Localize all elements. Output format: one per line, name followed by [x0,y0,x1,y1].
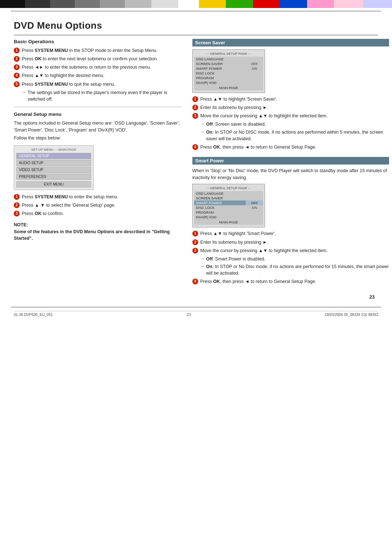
arrow-note-text: The settings will be stored in the playe… [28,89,181,102]
arrow-note: → Off: Screen saver is disabled. [200,121,389,127]
general-setup-section: General Setup menu The options included … [14,112,181,217]
smart-power-header: Smart Power [192,157,389,165]
smart-power-menu-table: OSD LANGUAGE SCREEN SAVER SMART POWEROFF… [194,191,263,225]
list-item: 1 Press SYSTEM MENU in the STOP mode to … [14,47,181,54]
smart-power-menu-mockup: - - GENERAL SETUP PAGE - - OSD LANGUAGE … [192,184,265,227]
step-text: Press ▲▼ to highlight 'Screen Saver'. [200,96,277,102]
step-number: 2 [192,239,198,245]
menu-item-audio: AUDIO SETUP [16,160,91,166]
step-number: 1 [192,231,198,236]
arrow-symbol: → [200,263,205,270]
screen-saver-section: Screen Saver - - GENERAL SETUP PAGE - - … [192,39,389,150]
footer-right: 18/03/2004 05_08339 210 98393 [325,313,378,317]
menu-label: SCREEN SAVER [194,61,246,66]
step-number: 4 [14,73,20,78]
list-item: 2 Enter its submenu by pressing ►. [192,104,389,111]
menu-label: DISC LOCK [194,71,246,76]
step-text: Enter its submenu by pressing ►. [200,104,268,111]
table-row: SCREEN SAVER [194,196,263,200]
note-body: Some of the features in the DVD Menu Opt… [14,228,181,242]
screen-saver-step4: 4 Press OK, then press ◄ to return to Ge… [192,144,389,150]
arrow-note-text: Off: Smart Power is disabled. [206,256,265,262]
screen-saver-menu-title: - - GENERAL SETUP PAGE - - [194,52,263,56]
smart-power-intro: When in 'Stop' or 'No Disc' mode, the DV… [192,167,389,181]
general-setup-steps: 1 Press SYSTEM MENU to enter the setup m… [14,194,181,217]
step-text: Press OK to confirm. [22,210,64,217]
menu-val [246,76,263,80]
step-number: 3 [14,64,20,70]
general-setup-header: General Setup menu [14,112,181,117]
page-border-bottom [11,307,381,307]
table-row: OSD LANGUAGE [194,57,263,61]
step-text: Press SYSTEM MENU in the STOP mode to en… [22,47,158,54]
list-item: 1 Press ▲▼ to highlight 'Screen Saver'. [192,96,389,102]
step-number: 3 [192,113,198,119]
table-row: OSD LANGUAGE [194,191,263,196]
menu-footer-exit: EXIT MENU [16,181,91,187]
menu-label: SCREEN SAVER [194,196,246,200]
step-text: Press ▲▼ to highlight the desired menu. [22,72,105,79]
menu-val [246,210,263,215]
screen-saver-steps: 1 Press ▲▼ to highlight 'Screen Saver'. … [192,96,389,119]
step-number: 3 [192,248,198,254]
left-column: Basic Operations 1 Press SYSTEM MENU in … [14,39,181,291]
general-setup-intro: The options included in General Setup me… [14,120,181,134]
table-row: DivX(R) VOD [194,80,263,85]
step-number: 1 [14,48,20,53]
step-number: 3 [14,211,20,216]
table-row: SMART POWEROFF [194,200,263,205]
arrow-symbol: → [200,129,205,135]
list-item: 2 Press ▲ ▼ to select the 'General Setup… [14,202,181,208]
smart-power-section: Smart Power When in 'Stop' or 'No Disc' … [192,157,389,285]
menu-label: PROGRAM [194,76,246,80]
smart-power-menu-title: - - GENERAL SETUP PAGE - - [194,186,263,190]
list-item: 5 Press SYSTEM MENU to quit the setup me… [14,81,181,88]
list-item: 3 Move the cursor by pressing ▲▼ to high… [192,113,389,119]
step-number: 5 [14,81,20,87]
arrow-symbol: → [200,121,205,127]
step-text: Press SYSTEM MENU to enter the setup men… [22,194,118,200]
arrow-note: → Off: Smart Power is disabled. [200,256,389,262]
arrow-symbol: → [22,89,26,96]
right-column: Screen Saver - - GENERAL SETUP PAGE - - … [192,39,389,291]
step-text: Press ◄► to enter the submenu or return … [22,64,151,70]
step-text: Press ▲ ▼ to select the 'General Setup' … [22,202,115,208]
menu-footer: MAIN PAGE [194,85,263,90]
list-item: 1 Press SYSTEM MENU to enter the setup m… [14,194,181,200]
table-row: SCREEN SAVEROFF [194,61,263,66]
menu-val [246,80,263,85]
arrow-note-text: On: In STOP or No DISC mode, if no actio… [206,129,389,142]
arrow-note: → The settings will be stored in the pla… [22,89,181,102]
step-text: Press ▲▼ to highlight 'Smart Power'. [200,230,276,237]
menu-item-general: GENERAL SETUP [16,153,91,159]
step-text: Enter its submenu by pressing ►. [200,239,268,246]
menu-val [246,215,263,219]
table-row: PROGRAM [194,76,263,80]
title-divider [14,35,378,35]
smart-power-step4: 4 Press OK, then press ◄ to return to Ge… [192,278,389,285]
step-text: Move the cursor by pressing ▲▼ to highli… [200,113,328,119]
arrow-note: → On: In STOP or No Disc mode, if no act… [200,263,389,276]
table-row: SMART POWERON [194,66,263,71]
menu-val: ON [246,66,263,71]
footer-center: 23 [187,313,191,317]
list-item: 4 Press ▲▼ to highlight the desired menu… [14,72,181,79]
menu-val: OFF [246,200,263,205]
list-item: 3 Move the cursor by pressing ▲▼ to high… [192,247,389,254]
table-row: DivX(R) VOD [194,215,263,219]
menu-label: SMART POWER [194,200,246,205]
table-row: MAIN PAGE [194,219,263,225]
menu-val: ON [246,205,263,210]
menu-val [246,196,263,200]
menu-item-prefs: PREFERENCES [16,174,91,180]
step-number: 2 [192,105,198,110]
note-title: NOTE: [14,222,181,227]
basic-operations-header: Basic Operations [14,39,181,44]
step-text: Press OK, then press ◄ to return to Gene… [200,278,317,285]
menu-val: OFF [246,61,263,66]
list-item: 3 Press OK to confirm. [14,210,181,217]
basic-operations-list: 1 Press SYSTEM MENU in the STOP mode to … [14,47,181,88]
menu-label: DivX(R) VOD [194,80,246,85]
table-row: MAIN PAGE [194,85,263,90]
list-item: 3 Press ◄► to enter the submenu or retur… [14,64,181,70]
